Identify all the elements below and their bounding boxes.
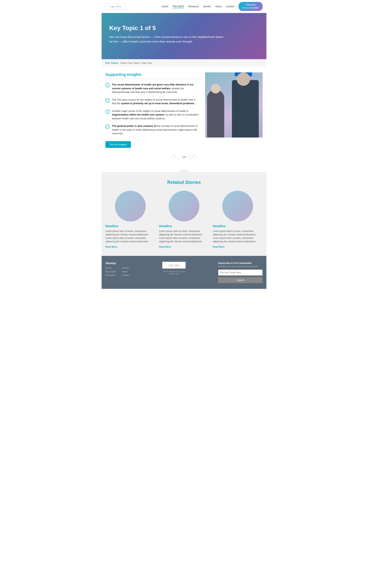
- hero-title: Key Topic 1 of 5: [109, 25, 224, 32]
- logo: Logo Here: [105, 3, 125, 9]
- check-icon-1: ✓: [105, 83, 110, 87]
- story-headline-2: Headline: [159, 224, 209, 228]
- breadcrumb-path: Home / Key Topics / Topic One: [120, 62, 152, 64]
- insights-photo: [205, 72, 263, 138]
- insight-item-1: ✓ The social determinants of health are …: [105, 83, 199, 94]
- pagination-indicator: 1/5: [182, 156, 186, 159]
- sitemap-columns: Home Key topics Research Stories About C…: [105, 267, 130, 277]
- check-icon-4: ✓: [105, 125, 110, 129]
- story-headline-3: Headline: [213, 224, 263, 228]
- footer-center: Logo Here Social Media icons herein ligh…: [162, 262, 186, 275]
- footer-link-stories[interactable]: Stories: [122, 267, 129, 269]
- story-card-1: Headline Lorem ipsum dolor sit amet, con…: [105, 191, 155, 248]
- pagination-prev[interactable]: ‹: [172, 154, 179, 160]
- read-more-3[interactable]: Read More: [213, 246, 224, 248]
- story-image-2: [169, 191, 199, 221]
- story-text-3: Lorem ipsum dolor sit amet, consectetur …: [213, 230, 263, 243]
- insights-left: Supporting Insights ✓ The social determi…: [105, 72, 199, 148]
- story-image-3: [222, 191, 253, 221]
- insight-text-2: The The basic reason for the neglect of …: [112, 98, 199, 105]
- read-more-2[interactable]: Read More: [159, 246, 171, 248]
- breadcrumb-bar: Key Topics Home / Key Topics / Topic One: [101, 59, 267, 67]
- supporting-insights-title: Supporting Insights: [105, 72, 199, 77]
- sitemap-title: Sitemap: [105, 262, 130, 265]
- footer-link-key-topics[interactable]: Key topics: [105, 270, 116, 273]
- check-icon-2: ✓: [105, 98, 110, 102]
- hero-section: Key Topic 1 of 5 We now know that social…: [101, 13, 267, 59]
- newsletter-subtitle: that affect the social determinants of h…: [218, 265, 263, 267]
- sitemap-col-1: Home Key topics Research: [105, 267, 116, 277]
- person-silhouette-2: [232, 80, 259, 138]
- footer-newsletter: Subscribe to H+S newsletter that affect …: [218, 262, 263, 283]
- breadcrumb-label: Key Topics: [105, 62, 119, 64]
- nav-key-topics[interactable]: Key topics: [173, 5, 184, 8]
- header: Logo Here Home Key topics Research Stori…: [101, 0, 267, 13]
- check-icon-3: ✓: [105, 110, 110, 114]
- pagination: ‹ 1/5 ›: [105, 154, 263, 160]
- main-nav: Home Key topics Research Stories About C…: [162, 2, 263, 11]
- story-headline-1: Headline: [105, 224, 155, 228]
- submit-button[interactable]: Submit: [218, 277, 263, 283]
- insights-image: [205, 72, 263, 138]
- insight-item-2: ✓ The The basic reason for the neglect o…: [105, 98, 199, 105]
- stories-grid: Headline Lorem ipsum dolor sit amet, con…: [105, 191, 263, 248]
- footer-sitemap: Sitemap Home Key topics Research Stories…: [105, 262, 130, 277]
- sitemap-col-2: Stories About Contact: [122, 267, 129, 277]
- insight-item-3: ✓ Another major cause of the neglect of …: [105, 109, 199, 120]
- footer-link-research[interactable]: Research: [105, 274, 116, 276]
- nav-home[interactable]: Home: [162, 5, 168, 8]
- read-more-1[interactable]: Read More: [105, 246, 117, 248]
- footer-logo: Logo Here: [162, 262, 186, 269]
- related-stories-section: Related Stories Headline Lorem ipsum dol…: [101, 172, 267, 256]
- head-shape-2: [237, 72, 250, 86]
- pagination-next[interactable]: ›: [189, 154, 196, 160]
- see-all-insights-button[interactable]: See All Insights: [105, 141, 131, 148]
- story-text-2: Lorem ipsum dolor sit amet, consectetur …: [159, 230, 209, 243]
- nav-contact[interactable]: Contact: [226, 5, 234, 8]
- story-card-2: Headline Lorem ipsum dolor sit amet, con…: [159, 191, 209, 248]
- subscribe-button[interactable]: Subscribe to our newsletter: [239, 2, 263, 11]
- footer-social-text: Social Media icons herein light grey: [162, 270, 186, 275]
- insight-item-4: ✓ The general public is also unaware of …: [105, 124, 199, 135]
- nav-stories[interactable]: Stories: [203, 5, 211, 8]
- story-text-1: Lorem ipsum dolor sit amet, consectetur …: [105, 230, 155, 243]
- newsletter-title: Subscribe to H+S newsletter: [218, 262, 263, 265]
- story-card-3: Headline Lorem ipsum dolor sit amet, con…: [213, 191, 263, 248]
- footer: Sitemap Home Key topics Research Stories…: [101, 256, 267, 289]
- story-image-1: [115, 191, 146, 221]
- insight-text-1: The social determinants of health are gi…: [112, 83, 199, 94]
- footer-link-contact[interactable]: Contact: [122, 274, 129, 276]
- person-silhouette-1: [207, 90, 224, 138]
- footer-link-about[interactable]: About: [122, 270, 129, 273]
- insight-text-3: Another major cause of the neglect of so…: [112, 109, 199, 120]
- footer-link-home[interactable]: Home: [105, 267, 116, 269]
- nav-about[interactable]: About: [215, 5, 221, 8]
- insight-text-4: The general public is also unaware of th…: [112, 124, 199, 135]
- nav-research[interactable]: Research: [188, 5, 199, 8]
- email-input[interactable]: [218, 269, 263, 276]
- head-shape-1: [211, 84, 221, 93]
- related-stories-title: Related Stories: [105, 180, 263, 185]
- main-content: Supporting Insights ✓ The social determi…: [101, 67, 267, 172]
- hero-description: We now know that social factors — from i…: [109, 35, 224, 44]
- section-divider: [105, 79, 199, 79]
- supporting-insights-section: Supporting Insights ✓ The social determi…: [105, 72, 263, 148]
